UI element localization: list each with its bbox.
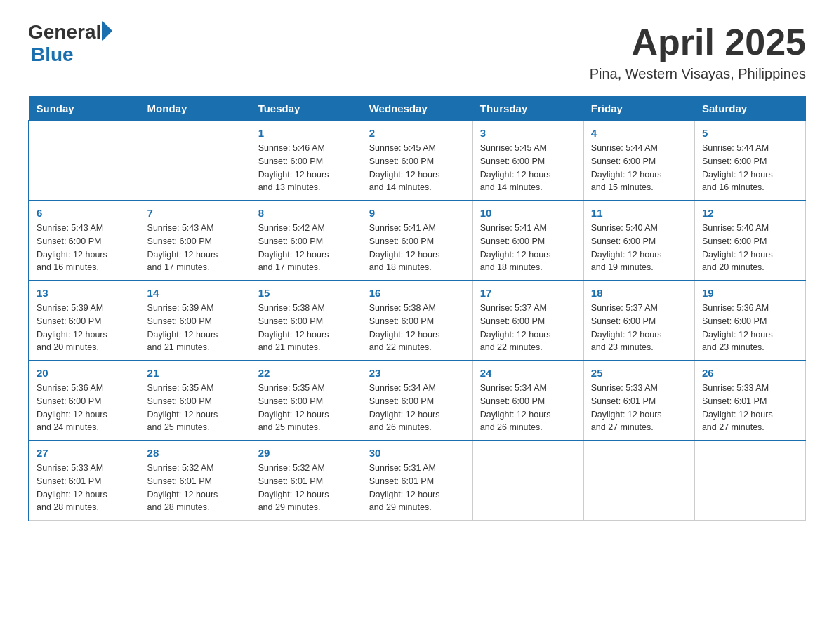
calendar-cell: 4Sunrise: 5:44 AMSunset: 6:00 PMDaylight…: [583, 121, 694, 201]
day-info: Sunrise: 5:36 AMSunset: 6:00 PMDaylight:…: [702, 302, 798, 354]
day-number: 21: [147, 367, 244, 379]
day-number: 15: [258, 287, 355, 299]
calendar-cell: 24Sunrise: 5:34 AMSunset: 6:00 PMDayligh…: [472, 361, 583, 441]
calendar-cell: 22Sunrise: 5:35 AMSunset: 6:00 PMDayligh…: [251, 361, 362, 441]
day-number: 26: [702, 367, 798, 379]
calendar-cell: 30Sunrise: 5:31 AMSunset: 6:01 PMDayligh…: [362, 441, 472, 521]
day-number: 12: [702, 207, 798, 219]
day-info: Sunrise: 5:41 AMSunset: 6:00 PMDaylight:…: [480, 222, 576, 274]
day-number: 6: [37, 207, 133, 219]
calendar-cell: 17Sunrise: 5:37 AMSunset: 6:00 PMDayligh…: [472, 281, 583, 361]
day-info: Sunrise: 5:39 AMSunset: 6:00 PMDaylight:…: [147, 302, 244, 354]
calendar-cell: 12Sunrise: 5:40 AMSunset: 6:00 PMDayligh…: [694, 201, 805, 281]
calendar-cell: 14Sunrise: 5:39 AMSunset: 6:00 PMDayligh…: [140, 281, 251, 361]
calendar-cell: 16Sunrise: 5:38 AMSunset: 6:00 PMDayligh…: [362, 281, 472, 361]
day-info: Sunrise: 5:44 AMSunset: 6:00 PMDaylight:…: [702, 142, 798, 194]
day-info: Sunrise: 5:33 AMSunset: 6:01 PMDaylight:…: [37, 462, 133, 514]
calendar-cell: [694, 441, 805, 521]
calendar-cell: [29, 121, 140, 201]
day-number: 10: [480, 207, 576, 219]
day-number: 29: [258, 447, 355, 459]
day-number: 17: [480, 287, 576, 299]
day-info: Sunrise: 5:34 AMSunset: 6:00 PMDaylight:…: [369, 382, 465, 434]
calendar-header-friday: Friday: [583, 97, 694, 121]
calendar-cell: 8Sunrise: 5:42 AMSunset: 6:00 PMDaylight…: [251, 201, 362, 281]
calendar-cell: 23Sunrise: 5:34 AMSunset: 6:00 PMDayligh…: [362, 361, 472, 441]
day-number: 13: [37, 287, 133, 299]
day-number: 14: [147, 287, 244, 299]
day-info: Sunrise: 5:42 AMSunset: 6:00 PMDaylight:…: [258, 222, 355, 274]
day-info: Sunrise: 5:43 AMSunset: 6:00 PMDaylight:…: [37, 222, 133, 274]
day-info: Sunrise: 5:46 AMSunset: 6:00 PMDaylight:…: [258, 142, 355, 194]
page-header: General Blue April 2025 Pina, Western Vi…: [28, 21, 806, 82]
calendar-header-sunday: Sunday: [29, 97, 140, 121]
logo: General Blue: [28, 21, 112, 66]
calendar-cell: [583, 441, 694, 521]
logo-blue: Blue: [31, 43, 74, 66]
calendar-cell: 10Sunrise: 5:41 AMSunset: 6:00 PMDayligh…: [472, 201, 583, 281]
day-info: Sunrise: 5:34 AMSunset: 6:00 PMDaylight:…: [480, 382, 576, 434]
day-number: 4: [591, 127, 687, 139]
calendar-table: SundayMondayTuesdayWednesdayThursdayFrid…: [28, 96, 806, 521]
day-info: Sunrise: 5:41 AMSunset: 6:00 PMDaylight:…: [369, 222, 465, 274]
calendar-header-saturday: Saturday: [694, 97, 805, 121]
calendar-cell: 5Sunrise: 5:44 AMSunset: 6:00 PMDaylight…: [694, 121, 805, 201]
calendar-cell: 1Sunrise: 5:46 AMSunset: 6:00 PMDaylight…: [251, 121, 362, 201]
day-info: Sunrise: 5:32 AMSunset: 6:01 PMDaylight:…: [258, 462, 355, 514]
calendar-week-2: 6Sunrise: 5:43 AMSunset: 6:00 PMDaylight…: [29, 201, 806, 281]
day-info: Sunrise: 5:45 AMSunset: 6:00 PMDaylight:…: [480, 142, 576, 194]
day-number: 18: [591, 287, 687, 299]
calendar-cell: 27Sunrise: 5:33 AMSunset: 6:01 PMDayligh…: [29, 441, 140, 521]
calendar-week-5: 27Sunrise: 5:33 AMSunset: 6:01 PMDayligh…: [29, 441, 806, 521]
calendar-cell: 20Sunrise: 5:36 AMSunset: 6:00 PMDayligh…: [29, 361, 140, 441]
day-info: Sunrise: 5:31 AMSunset: 6:01 PMDaylight:…: [369, 462, 465, 514]
day-number: 11: [591, 207, 687, 219]
day-number: 1: [258, 127, 355, 139]
day-number: 7: [147, 207, 244, 219]
day-number: 19: [702, 287, 798, 299]
calendar-cell: 18Sunrise: 5:37 AMSunset: 6:00 PMDayligh…: [583, 281, 694, 361]
calendar-cell: 6Sunrise: 5:43 AMSunset: 6:00 PMDaylight…: [29, 201, 140, 281]
calendar-header-monday: Monday: [140, 97, 251, 121]
day-number: 22: [258, 367, 355, 379]
day-number: 9: [369, 207, 465, 219]
day-info: Sunrise: 5:38 AMSunset: 6:00 PMDaylight:…: [369, 302, 465, 354]
calendar-cell: 25Sunrise: 5:33 AMSunset: 6:01 PMDayligh…: [583, 361, 694, 441]
calendar-cell: [140, 121, 251, 201]
calendar-week-4: 20Sunrise: 5:36 AMSunset: 6:00 PMDayligh…: [29, 361, 806, 441]
day-info: Sunrise: 5:37 AMSunset: 6:00 PMDaylight:…: [480, 302, 576, 354]
location-title: Pina, Western Visayas, Philippines: [590, 66, 806, 82]
calendar-cell: 9Sunrise: 5:41 AMSunset: 6:00 PMDaylight…: [362, 201, 472, 281]
day-number: 28: [147, 447, 244, 459]
calendar-cell: 2Sunrise: 5:45 AMSunset: 6:00 PMDaylight…: [362, 121, 472, 201]
day-number: 3: [480, 127, 576, 139]
day-info: Sunrise: 5:40 AMSunset: 6:00 PMDaylight:…: [591, 222, 687, 274]
day-info: Sunrise: 5:44 AMSunset: 6:00 PMDaylight:…: [591, 142, 687, 194]
calendar-cell: 26Sunrise: 5:33 AMSunset: 6:01 PMDayligh…: [694, 361, 805, 441]
day-info: Sunrise: 5:33 AMSunset: 6:01 PMDaylight:…: [591, 382, 687, 434]
day-number: 16: [369, 287, 465, 299]
day-info: Sunrise: 5:37 AMSunset: 6:00 PMDaylight:…: [591, 302, 687, 354]
calendar-cell: 19Sunrise: 5:36 AMSunset: 6:00 PMDayligh…: [694, 281, 805, 361]
day-number: 8: [258, 207, 355, 219]
day-info: Sunrise: 5:35 AMSunset: 6:00 PMDaylight:…: [147, 382, 244, 434]
day-number: 30: [369, 447, 465, 459]
day-info: Sunrise: 5:33 AMSunset: 6:01 PMDaylight:…: [702, 382, 798, 434]
day-info: Sunrise: 5:35 AMSunset: 6:00 PMDaylight:…: [258, 382, 355, 434]
calendar-cell: 7Sunrise: 5:43 AMSunset: 6:00 PMDaylight…: [140, 201, 251, 281]
day-info: Sunrise: 5:45 AMSunset: 6:00 PMDaylight:…: [369, 142, 465, 194]
day-info: Sunrise: 5:38 AMSunset: 6:00 PMDaylight:…: [258, 302, 355, 354]
calendar-cell: 28Sunrise: 5:32 AMSunset: 6:01 PMDayligh…: [140, 441, 251, 521]
day-info: Sunrise: 5:32 AMSunset: 6:01 PMDaylight:…: [147, 462, 244, 514]
day-number: 23: [369, 367, 465, 379]
day-number: 5: [702, 127, 798, 139]
calendar-week-1: 1Sunrise: 5:46 AMSunset: 6:00 PMDaylight…: [29, 121, 806, 201]
calendar-week-3: 13Sunrise: 5:39 AMSunset: 6:00 PMDayligh…: [29, 281, 806, 361]
day-info: Sunrise: 5:40 AMSunset: 6:00 PMDaylight:…: [702, 222, 798, 274]
calendar-cell: 29Sunrise: 5:32 AMSunset: 6:01 PMDayligh…: [251, 441, 362, 521]
calendar-header-tuesday: Tuesday: [251, 97, 362, 121]
day-number: 2: [369, 127, 465, 139]
calendar-cell: [472, 441, 583, 521]
day-number: 25: [591, 367, 687, 379]
day-info: Sunrise: 5:36 AMSunset: 6:00 PMDaylight:…: [37, 382, 133, 434]
